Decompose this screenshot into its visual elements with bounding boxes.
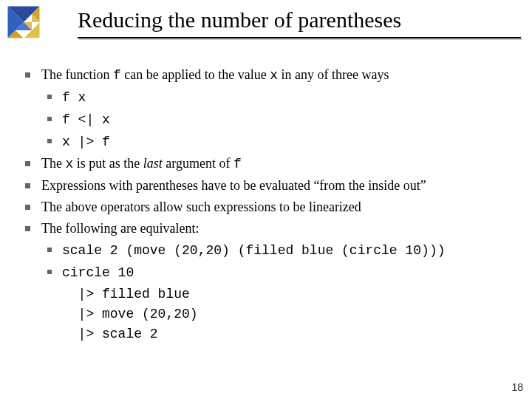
sub-bullet: f <| x — [21, 109, 516, 130]
italic-text: last — [143, 156, 163, 171]
sub-bullet: x |> f — [21, 132, 516, 152]
slide-title: Reducing the number of parentheses — [78, 7, 401, 33]
sub-bullet: circle 10 — [21, 262, 516, 283]
code-continuation: |> move (20,20) — [21, 304, 516, 324]
code-continuation: |> filled blue — [21, 284, 516, 304]
bullet-line: The following are equivalent: — [21, 219, 516, 239]
page-number: 18 — [511, 381, 523, 393]
code-inline: x |> f — [62, 134, 110, 149]
text-fragment: The — [41, 156, 65, 171]
code-inline: circle 10 — [62, 265, 134, 280]
tangram-logo — [7, 6, 40, 38]
code-inline: x — [65, 157, 73, 171]
code-inline: f <| x — [62, 112, 110, 127]
bullet-line: The x is put as the last argument of f — [21, 154, 516, 174]
title-underline-shadow — [79, 38, 522, 40]
slide-body: The function f can be applied to the val… — [21, 65, 516, 344]
text-fragment: Expressions with parentheses have to be … — [41, 178, 426, 193]
code-inline: x — [270, 68, 278, 83]
code-continuation: |> scale 2 — [21, 324, 516, 344]
code-inline: f x — [62, 90, 86, 105]
sub-bullet: scale 2 (move (20,20) (filled blue (circ… — [21, 240, 516, 261]
text-fragment: argument of — [163, 156, 233, 171]
text-fragment: can be applied to the value — [121, 67, 270, 82]
code-inline: f — [233, 157, 242, 171]
bullet-line: The function f can be applied to the val… — [21, 65, 516, 86]
bullet-line: The above operators allow such expressio… — [21, 197, 516, 217]
sub-bullet: f x — [21, 87, 516, 108]
code-inline: scale 2 (move (20,20) (filled blue (circ… — [62, 243, 445, 258]
slide: Reducing the number of parentheses The f… — [0, 0, 532, 399]
text-fragment: in any of three ways — [278, 67, 389, 82]
text-fragment: The function — [41, 67, 113, 82]
text-fragment: is put as the — [73, 156, 143, 171]
text-fragment: The following are equivalent: — [41, 221, 199, 236]
bullet-line: Expressions with parentheses have to be … — [21, 176, 516, 196]
code-inline: f — [113, 68, 121, 83]
text-fragment: The above operators allow such expressio… — [41, 200, 361, 214]
